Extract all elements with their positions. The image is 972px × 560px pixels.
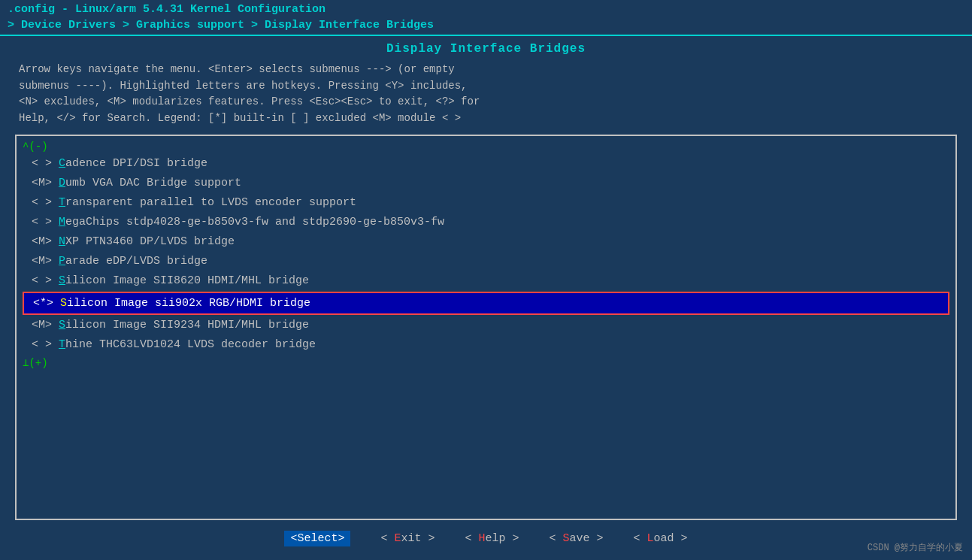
list-item[interactable]: < > Transparent parallel to LVDS encoder… [17, 193, 955, 213]
list-item[interactable]: < > Thine THC63LVD1024 LVDS decoder brid… [17, 335, 955, 355]
menu-separator-top: ^(-) [17, 139, 955, 154]
list-item[interactable]: < > Cadence DPI/DSI bridge [17, 154, 955, 174]
load-button[interactable]: < Load > [634, 532, 688, 545]
dialog-title: Display Interface Bridges [15, 42, 957, 56]
title-bar: .config - Linux/arm 5.4.31 Kernel Config… [0, 0, 972, 17]
menu-separator-bottom: ⊥(+) [17, 355, 955, 371]
list-item[interactable]: < > MegaChips stdp4028-ge-b850v3-fw and … [17, 213, 955, 232]
list-item[interactable]: <M> Parade eDP/LVDS bridge [17, 252, 955, 271]
button-bar: <Select> < Exit > < Help > < Save > < Lo… [15, 520, 957, 554]
list-item-selected[interactable]: <*> Silicon Image sii902x RGB/HDMI bridg… [23, 292, 949, 316]
help-text: Arrow keys navigate the menu. <Enter> se… [15, 62, 957, 127]
help-line-4: Help, </> for Search. Legend: [*] built-… [19, 110, 953, 127]
breadcrumb-text: > Device Drivers > Graphics support > Di… [8, 19, 434, 32]
help-line-1: Arrow keys navigate the menu. <Enter> se… [19, 62, 953, 78]
title-text: .config - Linux/arm 5.4.31 Kernel Config… [8, 3, 326, 16]
help-line-2: submenus ----). Highlighted letters are … [19, 78, 953, 95]
list-item[interactable]: < > Silicon Image SII8620 HDMI/MHL bridg… [17, 271, 955, 291]
breadcrumb-bar: > Device Drivers > Graphics support > Di… [0, 17, 972, 36]
select-button[interactable]: <Select> [284, 531, 350, 546]
main-container: Display Interface Bridges Arrow keys nav… [0, 36, 972, 560]
exit-button[interactable]: < Exit > [380, 532, 435, 545]
menu-box: ^(-) < > Cadence DPI/DSI bridge <M> Dumb… [15, 135, 957, 520]
save-button[interactable]: < Save > [550, 532, 604, 545]
list-item[interactable]: <M> NXP PTN3460 DP/LVDS bridge [17, 232, 955, 252]
list-item[interactable]: <M> Silicon Image SII9234 HDMI/MHL bridg… [17, 316, 955, 335]
help-line-3: <N> excludes, <M> modularizes features. … [19, 94, 953, 110]
list-item[interactable]: <M> Dumb VGA DAC Bridge support [17, 174, 955, 193]
help-button[interactable]: < Help > [465, 532, 519, 545]
watermark: CSDN @努力自学的小夏 [868, 541, 963, 554]
